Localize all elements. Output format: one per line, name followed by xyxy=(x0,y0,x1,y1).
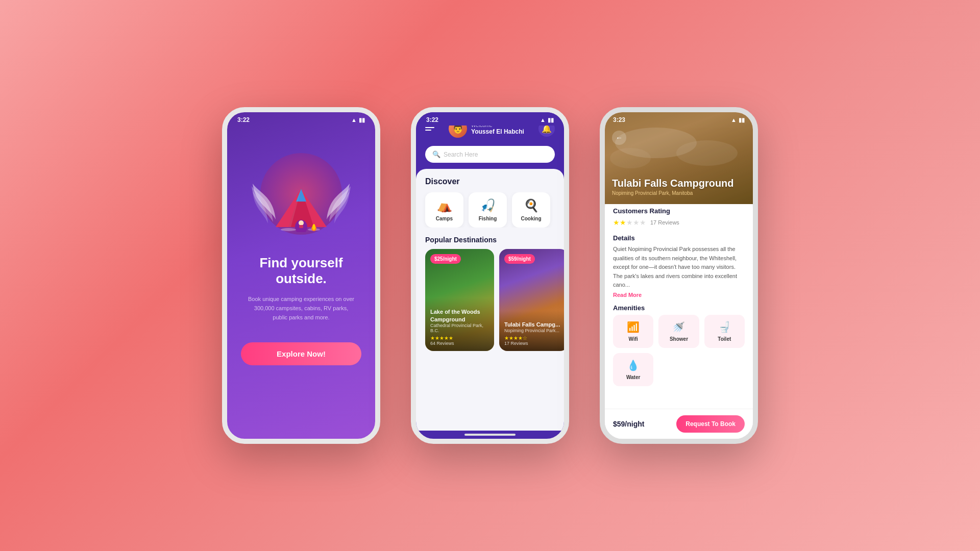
shower-amenity-icon: 🚿 xyxy=(672,321,685,333)
detail-content: Customers Rating ★★★★★ 17 Reviews Detail… xyxy=(605,199,753,409)
details-section: Details Quiet Nopiming Provincial Park p… xyxy=(613,234,745,298)
category-cooking[interactable]: 🍳 Cooking xyxy=(512,192,550,228)
home-indicator xyxy=(464,434,516,436)
water-label: Water xyxy=(626,374,640,380)
status-time-2: 3:22 xyxy=(426,116,438,123)
svg-point-13 xyxy=(610,148,651,168)
splash-title: Find yourself outside. xyxy=(244,255,358,287)
amenity-wifi: 📶 Wifi xyxy=(613,315,653,348)
cooking-label: Cooking xyxy=(521,216,542,221)
rating-section: Customers Rating ★★★★★ 17 Reviews xyxy=(613,207,745,227)
svg-point-8 xyxy=(312,224,315,230)
splash-illustration xyxy=(250,138,352,240)
dest-reviews-2: 17 Reviews xyxy=(504,341,563,346)
price-badge-2: $59/night xyxy=(504,254,535,264)
detail-title-block: Tulabi Falls Campground Nopiming Provinc… xyxy=(612,177,734,196)
status-icons-2: ▲ ▮▮ xyxy=(540,117,554,123)
phone-splash: 3:22 ▲ ▮▮ xyxy=(222,107,380,444)
fishing-label: Fishing xyxy=(479,216,497,221)
camps-label: Camps xyxy=(436,216,453,221)
detail-title: Tulabi Falls Campground xyxy=(612,177,734,189)
detail-body: ← Tulabi Falls Campground Nopiming Provi… xyxy=(605,112,753,439)
price-badge-1: $25/night xyxy=(430,254,461,264)
back-button[interactable]: ← xyxy=(612,131,626,145)
wifi-icon-3: ▲ xyxy=(731,117,737,123)
destinations-row: $25/night Lake of the Woods Campground C… xyxy=(416,249,564,351)
home-scroll: Discover ⛺ Camps 🎣 Fishing 🍳 Cooking Pop… xyxy=(416,169,564,431)
rating-stars: ★★★★★ xyxy=(613,218,646,227)
wifi-icon-2: ▲ xyxy=(540,117,546,123)
hamburger-button[interactable] xyxy=(425,127,434,131)
amenities-title: Amenities xyxy=(613,304,745,312)
search-icon: 🔍 xyxy=(432,151,440,158)
phone-detail: 3:23 ▲ ▮▮ ← Tulabi Falls Campground Nopi… xyxy=(600,107,758,444)
detail-hero: ← Tulabi Falls Campground Nopiming Provi… xyxy=(605,112,753,204)
rating-row: ★★★★★ 17 Reviews xyxy=(613,218,745,227)
status-bar-1: 3:22 ▲ ▮▮ xyxy=(227,112,375,126)
dest-name-1: Lake of the Woods Campground xyxy=(430,308,489,323)
fishing-icon: 🎣 xyxy=(480,198,496,213)
destination-lake[interactable]: $25/night Lake of the Woods Campground C… xyxy=(425,249,494,351)
status-bar-3: 3:23 ▲ ▮▮ xyxy=(605,112,753,126)
tent-icon xyxy=(273,186,329,232)
toilet-amenity-icon: 🚽 xyxy=(718,321,731,333)
explore-now-button[interactable]: Explore Now! xyxy=(241,342,361,365)
phone-home: 3:22 ▲ ▮▮ 👨 Welcome Youssef El Habchi 🔔 xyxy=(411,107,569,444)
popular-title: Popular Destinations xyxy=(416,236,564,244)
search-bar[interactable]: 🔍 Search Here xyxy=(425,146,555,163)
dest-name-2: Tulabi Falls Campg... xyxy=(504,321,563,328)
status-icons-3: ▲ ▮▮ xyxy=(731,116,745,123)
dest-location-1: Cathedral Provincial Park, B.C. xyxy=(430,323,489,333)
svg-point-12 xyxy=(676,140,738,166)
water-amenity-icon: 💧 xyxy=(627,359,640,371)
discover-title: Discover xyxy=(416,177,564,186)
splash-body: Find yourself outside. Book unique campi… xyxy=(227,112,375,439)
book-button[interactable]: Request To Book xyxy=(676,415,745,433)
rating-title: Customers Rating xyxy=(613,207,745,215)
amenity-water: 💧 Water xyxy=(613,353,653,386)
details-text: Quiet Nopiming Provincial Park possesses… xyxy=(613,245,745,290)
cooking-icon: 🍳 xyxy=(524,198,539,213)
shower-label: Shower xyxy=(670,336,688,342)
detail-location: Nopiming Provincial Park, Manitoba xyxy=(612,190,734,196)
svg-point-5 xyxy=(281,228,296,231)
status-time-1: 3:22 xyxy=(237,116,250,123)
dest-stars-1: ★★★★★ xyxy=(430,335,489,341)
wifi-icon: ▲ xyxy=(351,117,357,123)
status-bar-2: 3:22 ▲ ▮▮ xyxy=(416,112,564,126)
camps-icon: ⛺ xyxy=(437,198,452,213)
details-title: Details xyxy=(613,234,745,242)
dest-reviews-1: 64 Reviews xyxy=(430,341,489,346)
hamburger-line-2 xyxy=(425,130,431,131)
wifi-label: Wifi xyxy=(629,336,638,342)
amenity-toilet: 🚽 Toilet xyxy=(704,315,745,348)
home-body: 👨 Welcome Youssef El Habchi 🔔 🔍 Search H… xyxy=(416,112,564,439)
search-placeholder: Search Here xyxy=(444,151,478,158)
wifi-amenity-icon: 📶 xyxy=(627,321,640,333)
splash-subtitle: Book unique camping experiences on over … xyxy=(227,295,375,322)
detail-footer: $59/night Request To Book xyxy=(605,409,753,439)
footer-price: $59/night xyxy=(613,420,644,428)
dest-location-2: Nopiming Provincial Park... xyxy=(504,328,563,333)
rating-reviews: 17 Reviews xyxy=(650,219,679,226)
dest-info-1: Lake of the Woods Campground Cathedral P… xyxy=(425,298,494,351)
battery-icon-2: ▮▮ xyxy=(548,117,554,123)
amenity-shower: 🚿 Shower xyxy=(658,315,699,348)
destination-tulabi[interactable]: $59/night Tulabi Falls Campg... Nopiming… xyxy=(499,249,564,351)
amenities-section: Amenities 📶 Wifi 🚿 Shower 🚽 Toilet xyxy=(613,304,745,386)
dest-stars-2: ★★★★☆ xyxy=(504,335,563,341)
battery-icon: ▮▮ xyxy=(359,117,365,123)
category-fishing[interactable]: 🎣 Fishing xyxy=(469,192,507,228)
toilet-label: Toilet xyxy=(718,336,731,342)
status-icons-1: ▲ ▮▮ xyxy=(351,117,365,123)
hamburger-line-1 xyxy=(425,127,434,128)
category-camps[interactable]: ⛺ Camps xyxy=(425,192,463,228)
svg-point-9 xyxy=(299,220,304,226)
amenities-grid: 📶 Wifi 🚿 Shower 🚽 Toilet 💧 Water xyxy=(613,315,745,386)
dest-info-2: Tulabi Falls Campg... Nopiming Provincia… xyxy=(499,311,564,351)
read-more-link[interactable]: Read More xyxy=(613,292,745,298)
battery-icon-3: ▮▮ xyxy=(739,117,745,123)
status-time-3: 3:23 xyxy=(613,116,625,123)
svg-rect-10 xyxy=(299,225,303,228)
user-name: Youssef El Habchi xyxy=(471,128,524,135)
